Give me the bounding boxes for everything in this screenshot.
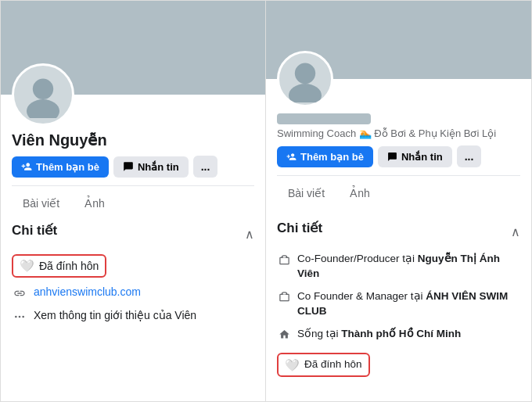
briefcase-icon-2-right (277, 290, 291, 304)
section-title-left: Chi tiết (12, 222, 57, 239)
section-header-left: Chi tiết ∧ (12, 222, 254, 246)
more-button-left[interactable]: ... (193, 156, 218, 178)
svg-point-6 (289, 84, 322, 102)
svg-point-2 (15, 316, 17, 318)
home-icon-right (277, 328, 291, 342)
section-header-right: Chi tiết ∧ (277, 220, 520, 244)
tab-photos-left[interactable]: Ảnh (74, 192, 116, 214)
detail-cofounder-right: Co-Founder/Producer tại Nguyễn Thị Ánh V… (277, 252, 520, 282)
tab-posts-left[interactable]: Bài viết (12, 192, 70, 214)
detail-engaged-right: 🤍 Đã đính hôn (277, 350, 520, 377)
engaged-text-left: Đã đính hôn (39, 260, 99, 272)
section-title-right: Chi tiết (277, 220, 322, 236)
tab-photos-right[interactable]: Ảnh (339, 182, 381, 204)
engaged-highlight-left: 🤍 Đã đính hôn (12, 254, 106, 278)
engaged-highlight-right: 🤍 Đã đính hôn (277, 353, 370, 377)
link-text-left[interactable]: anhvienswimclub.com (34, 285, 141, 298)
add-friend-button-left[interactable]: Thêm bạn bè (12, 156, 109, 178)
detail-more-info-left: Xem thông tin giới thiệu của Viên (12, 309, 254, 325)
manager-text-right: Co Founder & Manager tại ÁNH VIÊN SWIM C… (297, 289, 520, 319)
divider-right (277, 175, 520, 176)
engaged-text-right: Đã đính hôn (304, 357, 362, 372)
add-friend-button-right[interactable]: Thêm bạn bè (277, 146, 373, 167)
detail-manager-right: Co Founder & Manager tại ÁNH VIÊN SWIM C… (277, 289, 520, 319)
profile-name-left: Viên Nguyễn (12, 131, 254, 149)
more-info-text-left: Xem thông tin giới thiệu của Viên (34, 309, 196, 321)
tab-posts-right[interactable]: Bài viết (277, 182, 336, 204)
name-blurred-right (277, 113, 371, 124)
avatar-right (277, 51, 333, 107)
message-button-right[interactable]: Nhắn tin (378, 146, 452, 167)
svg-point-5 (295, 63, 315, 84)
detail-living-right: Sống tại Thành phố Hồ Chí Minh (277, 327, 520, 342)
tabs-left: Bài viết Ảnh (12, 192, 254, 214)
living-text-right: Sống tại Thành phố Hồ Chí Minh (297, 327, 461, 342)
right-profile-panel: Swimming Coach 🏊 Đỗ Bơi & Phụ Kiện Bơi L… (266, 1, 531, 401)
svg-point-0 (33, 79, 53, 99)
briefcase-icon-1-right (277, 253, 291, 267)
avatar-left (12, 63, 74, 126)
cofounder-text-right: Co-Founder/Producer tại Nguyễn Thị Ánh V… (297, 252, 520, 282)
chevron-up-right[interactable]: ∧ (511, 224, 520, 239)
action-buttons-left: Thêm bạn bè Nhắn tin ... (12, 156, 254, 178)
tabs-right: Bài viết Ảnh (277, 182, 520, 204)
svg-point-1 (27, 99, 59, 118)
profile-section-right: Swimming Coach 🏊 Đỗ Bơi & Phụ Kiện Bơi L… (266, 51, 531, 220)
svg-point-3 (19, 316, 21, 318)
section-details-right: Chi tiết ∧ Co-Founder/Producer tại Nguyễ… (266, 220, 531, 377)
message-button-left[interactable]: Nhắn tin (113, 156, 189, 178)
heart-icon-right: 🤍 (285, 357, 300, 373)
left-profile-panel: Viên Nguyễn Thêm bạn bè Nhắn tin ... Bài… (1, 1, 266, 401)
detail-engaged-left: 🤍 Đã đính hôn (12, 254, 254, 278)
heart-icon-left: 🤍 (20, 259, 34, 273)
dots-icon-left (12, 309, 27, 325)
profile-section-left: Viên Nguyễn Thêm bạn bè Nhắn tin ... Bài… (1, 63, 265, 340)
action-buttons-right: Thêm bạn bè Nhắn tin ... (277, 145, 520, 167)
link-icon-left (12, 285, 27, 301)
svg-point-4 (22, 316, 24, 318)
detail-link-left: anhvienswimclub.com (12, 285, 254, 301)
divider-left (12, 185, 254, 186)
subtitle-right: Swimming Coach 🏊 Đỗ Bơi & Phụ Kiện Bơi L… (277, 127, 520, 139)
more-button-right[interactable]: ... (457, 145, 482, 167)
chevron-up-left[interactable]: ∧ (245, 227, 254, 242)
